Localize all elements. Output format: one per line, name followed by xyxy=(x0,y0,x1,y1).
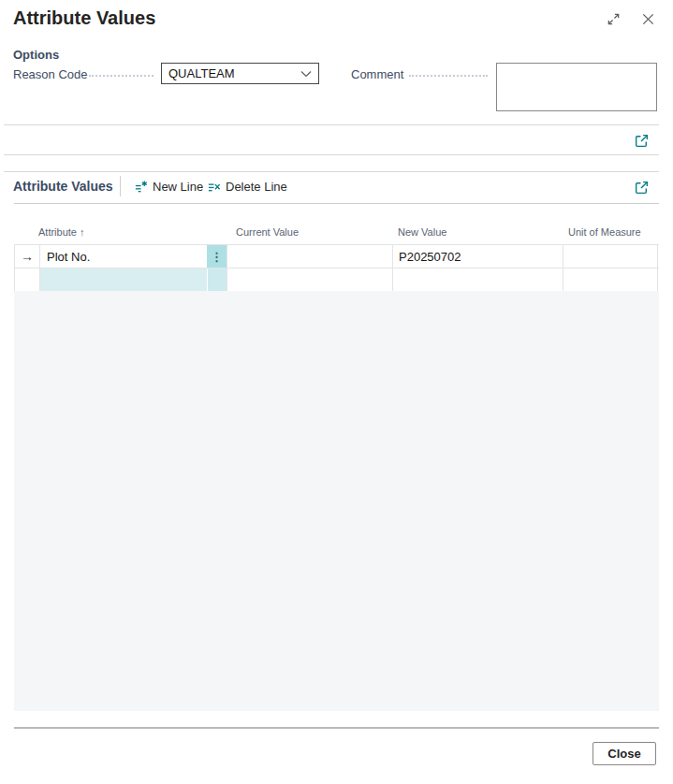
new-value-cell[interactable]: P20250702 xyxy=(393,245,563,268)
chevron-down-icon xyxy=(300,70,312,78)
current-row-arrow-icon: → xyxy=(21,249,34,264)
grid-empty-area xyxy=(14,291,659,711)
attribute-cell-selected[interactable] xyxy=(40,269,227,291)
part-heading: Attribute Values xyxy=(13,179,113,194)
column-header-new-value[interactable]: New Value xyxy=(398,226,446,238)
lookup-strip xyxy=(207,269,227,291)
share-icon[interactable] xyxy=(632,178,651,196)
divider xyxy=(120,176,121,196)
row-indicator-cell: → xyxy=(14,245,40,268)
divider xyxy=(4,154,659,155)
new-line-label: New Line xyxy=(153,180,203,194)
attribute-cell-value[interactable]: Plot No. xyxy=(40,245,207,268)
table-row: → Plot No. ⋮ P20250702 xyxy=(14,245,659,269)
attribute-values-grid: → Plot No. ⋮ P20250702 xyxy=(14,244,659,292)
share-icon[interactable] xyxy=(632,131,651,150)
new-line-icon xyxy=(134,180,148,194)
column-header-current-value[interactable]: Current Value xyxy=(236,226,299,238)
current-value-cell[interactable] xyxy=(227,245,393,268)
delete-line-label: Delete Line xyxy=(226,180,287,194)
divider xyxy=(14,203,659,204)
close-button[interactable]: Close xyxy=(593,742,656,765)
attribute-values-dialog: Attribute Values Options Reason Code QUA… xyxy=(0,0,673,784)
comment-label: Comment xyxy=(351,67,403,81)
reason-code-label: Reason Code xyxy=(13,67,88,81)
delete-line-button[interactable]: Delete Line xyxy=(207,180,287,194)
reason-code-value: QUALTEAM xyxy=(168,66,300,80)
row-indicator-cell xyxy=(14,269,40,291)
current-value-cell[interactable] xyxy=(227,269,393,291)
reason-code-combobox[interactable]: QUALTEAM xyxy=(161,63,319,84)
new-value-cell[interactable] xyxy=(393,269,563,291)
sort-ascending-icon: ↑ xyxy=(80,226,85,238)
page-title: Attribute Values xyxy=(13,7,155,29)
new-line-button[interactable]: New Line xyxy=(134,180,203,194)
column-header-attribute[interactable]: Attribute ↑ xyxy=(38,226,85,238)
unit-of-measure-cell[interactable] xyxy=(563,245,658,268)
attribute-cell-value[interactable] xyxy=(40,269,207,291)
divider xyxy=(4,124,659,125)
options-section-heading: Options xyxy=(13,48,59,62)
lookup-ellipsis-button[interactable]: ⋮ xyxy=(207,245,227,268)
comment-field[interactable] xyxy=(496,63,657,111)
unit-of-measure-cell[interactable] xyxy=(563,269,658,291)
column-header-unit-of-measure[interactable]: Unit of Measure xyxy=(568,226,641,238)
attribute-cell[interactable]: Plot No. ⋮ xyxy=(40,245,227,268)
delete-line-icon xyxy=(207,180,221,194)
expand-icon[interactable] xyxy=(605,10,622,27)
close-icon[interactable] xyxy=(638,9,657,28)
dotted-leader xyxy=(89,75,154,77)
divider xyxy=(4,171,659,172)
dotted-leader xyxy=(409,75,488,77)
divider xyxy=(14,727,659,729)
table-row xyxy=(14,269,659,292)
